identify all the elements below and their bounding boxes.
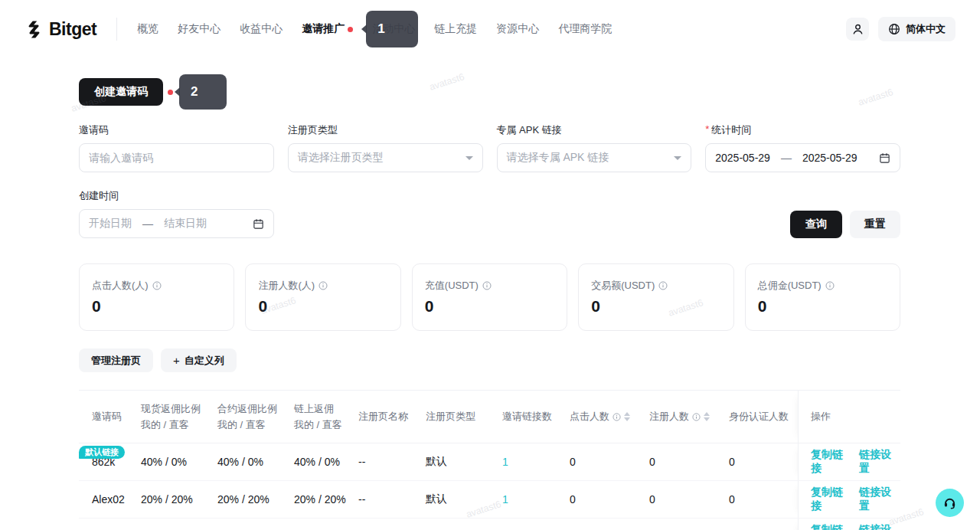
required-asterisk: * [705,123,709,137]
link-count-link[interactable]: 1 [502,456,508,468]
customer-support-button[interactable] [936,489,964,517]
info-icon[interactable] [482,281,492,290]
info-icon[interactable] [658,281,668,290]
info-icon[interactable] [825,281,835,290]
stat-card-registrations: 注册人数(人) 0 [245,263,400,331]
table-row: Alex02 20% / 20% 20% / 20% 20% / 20% -- … [79,481,900,519]
stat-card-clicks: 点击人数(人) 0 [79,263,234,331]
table-row: alex01 30% / 10% 30% / 10% 30% / 10% -- … [79,519,900,530]
new-feature-dot [168,90,173,95]
tour-step-2-tooltip: 2 [179,74,227,110]
stat-card-deposit: 充值(USDT) 0 [412,263,567,331]
main-content: 创建邀请码 2 邀请码 注册页类型 请选择注册页类型 专属 APK 链接 请 [79,74,900,530]
apk-link-select[interactable]: 请选择专属 APK 链接 [497,143,692,172]
col-header-page-name: 注册页名称 [358,410,426,424]
headset-icon [942,496,957,510]
default-link-badge: 默认链接 [79,446,125,459]
language-selector[interactable]: 简体中文 [878,17,956,41]
query-button[interactable]: 查询 [790,211,842,238]
invite-codes-table: 邀请码 现货返佣比例我的 / 直客 合约返佣比例我的 / 直客 链上返佣我的 /… [79,390,900,530]
info-icon[interactable] [692,413,701,421]
col-header-page-type: 注册页类型 [426,410,502,424]
create-time-end: 结束日期 [164,217,207,231]
stat-value-volume: 0 [591,297,720,316]
reset-button[interactable]: 重置 [850,211,900,238]
stat-value-commission: 0 [758,297,887,316]
create-invite-row: 创建邀请码 2 [79,74,900,110]
copy-link-action[interactable]: 复制链接 [811,523,852,530]
link-settings-action[interactable]: 链接设置 [859,486,900,513]
bitget-logo-icon [24,20,44,39]
filter-stat-time: * 统计时间 2025-05-29 — 2025-05-29 [705,123,900,172]
col-header-actions: 操作 [798,391,900,443]
nav-overview[interactable]: 概览 [137,22,158,36]
filter-invite-code: 邀请码 [79,123,274,172]
page-type-select[interactable]: 请选择注册页类型 [288,143,483,172]
nav-activity-center[interactable]: 活动中心 1 [372,22,415,36]
invite-code-input[interactable] [79,143,274,172]
link-settings-action[interactable]: 链接设置 [859,448,900,476]
main-nav: 概览 好友中心 收益中心 邀请推广 活动中心 1 链上充提 资源中心 代理商学院 [137,22,612,36]
custom-columns-button[interactable]: + 自定义列 [161,348,237,372]
table-toolbar: 管理注册页 + 自定义列 [79,348,900,372]
invite-code-label: 邀请码 [79,123,274,137]
nav-agent-academy[interactable]: 代理商学院 [558,22,612,36]
nav-resource-center[interactable]: 资源中心 [496,22,539,36]
info-icon[interactable] [318,281,328,290]
tour-step-1-tooltip: 1 [366,11,418,47]
create-invite-code-button[interactable]: 创建邀请码 [79,78,163,106]
filter-apk-link: 专属 APK 链接 请选择专属 APK 链接 [497,123,692,172]
col-header-kyc-count: 身份认证人数 [729,410,798,424]
table-header-row: 邀请码 现货返佣比例我的 / 直客 合约返佣比例我的 / 直客 链上返佣我的 /… [79,391,900,443]
nav-earnings-center[interactable]: 收益中心 [240,22,283,36]
tour-step-1-number: 1 [377,21,384,37]
nav-onchain-deposit-withdraw[interactable]: 链上充提 [434,22,477,36]
stat-value-registrations: 0 [258,297,387,316]
stat-card-volume: 交易额(USDT) 0 [578,263,733,331]
create-time-label: 创建时间 [79,189,274,203]
chevron-down-icon [674,156,681,160]
manage-register-page-button[interactable]: 管理注册页 [79,348,153,372]
sort-toggle[interactable] [704,412,710,421]
account-button[interactable] [846,18,869,41]
tour-step-2-number: 2 [191,84,198,100]
nav-friends-center[interactable]: 好友中心 [178,22,220,36]
stat-time-label: * 统计时间 [705,123,900,137]
copy-link-action[interactable]: 复制链接 [811,486,852,513]
col-header-futures-rebate: 合约返佣比例我的 / 直客 [217,402,294,432]
bitget-logo-text: Bitget [49,19,96,40]
bitget-logo[interactable]: Bitget [24,19,96,40]
stat-time-range-picker[interactable]: 2025-05-29 — 2025-05-29 [705,143,900,172]
col-header-link-count: 邀请链接数 [502,410,570,424]
table-row: 默认链接 862k 40% / 0% 40% / 0% 40% / 0% -- … [79,443,900,481]
info-icon[interactable] [612,413,621,421]
sort-toggle[interactable] [624,412,630,421]
stat-card-commission: 总佣金(USDT) 0 [745,263,900,331]
stats-cards: 点击人数(人) 0 注册人数(人) 0 充值(USDT) 0 交易额(USDT) [79,263,900,331]
link-count-link[interactable]: 1 [502,493,508,505]
top-nav: Bitget 概览 好友中心 收益中心 邀请推广 活动中心 1 链上充提 资源中… [0,0,980,58]
filter-page-type: 注册页类型 请选择注册页类型 [288,123,483,172]
filter-panel: 邀请码 注册页类型 请选择注册页类型 专属 APK 链接 请选择专属 APK 链… [79,123,900,238]
calendar-icon [879,152,890,164]
stat-value-clicks: 0 [92,297,221,316]
copy-link-action[interactable]: 复制链接 [811,448,852,476]
col-header-clicks: 点击人数 [570,410,649,424]
cell-invite-code: Alex02 [92,493,141,505]
filter-create-time: 创建时间 开始日期 — 结束日期 [79,189,274,238]
globe-icon [888,23,900,35]
col-header-registrations: 注册人数 [649,410,729,424]
user-icon [851,23,864,36]
nav-invite-promotion[interactable]: 邀请推广 [302,22,353,36]
language-label: 简体中文 [906,22,946,36]
header-divider [116,18,117,41]
calendar-icon [253,218,264,230]
plus-icon: + [173,354,180,367]
create-time-range-picker[interactable]: 开始日期 — 结束日期 [79,209,274,238]
header-right: 简体中文 [846,17,956,41]
link-settings-action[interactable]: 链接设置 [859,523,900,530]
col-header-invite-code: 邀请码 [92,410,141,424]
apk-link-label: 专属 APK 链接 [497,123,692,137]
info-icon[interactable] [152,281,162,290]
stat-value-deposit: 0 [425,297,554,316]
